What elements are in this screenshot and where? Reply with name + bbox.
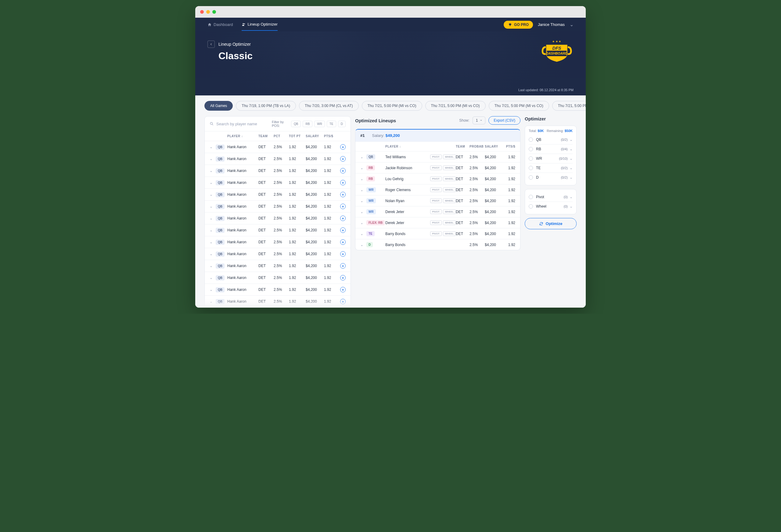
col-team[interactable]: TEAM bbox=[258, 134, 274, 138]
col-totpt[interactable]: TOT PT bbox=[289, 134, 306, 138]
lineup-team: DET bbox=[456, 210, 469, 214]
show-select[interactable]: 1 bbox=[472, 117, 486, 124]
search-input[interactable] bbox=[216, 122, 268, 126]
nav-lineup-optimizer[interactable]: Lineup Optimizer bbox=[242, 22, 278, 31]
add-player-button[interactable]: + bbox=[340, 239, 346, 245]
main-content: All GamesThu 7/19, 1:00 PM (TB vs LA)Thu… bbox=[195, 95, 586, 308]
col-pct[interactable]: PCT bbox=[274, 134, 289, 138]
add-player-button[interactable]: + bbox=[340, 180, 346, 185]
add-player-button[interactable]: + bbox=[340, 204, 346, 209]
lcol-probab[interactable]: PROBAB bbox=[469, 145, 485, 148]
add-player-button[interactable]: + bbox=[340, 168, 346, 174]
optimizer-slot[interactable]: D (0/2) ⌄ bbox=[529, 173, 573, 182]
expand-row-toggle[interactable]: ⌄ bbox=[360, 232, 366, 236]
add-player-button[interactable]: + bbox=[340, 156, 346, 162]
optimizer-slot[interactable]: QB (0/2) ⌄ bbox=[529, 135, 573, 144]
pos-filter-d[interactable]: D bbox=[338, 121, 346, 127]
add-player-button[interactable]: + bbox=[340, 216, 346, 221]
lcol-team[interactable]: TEAM bbox=[456, 145, 469, 148]
player-team: DET bbox=[258, 169, 274, 173]
table-row: ⌄ QB Hank Aaron DET 2.5% 1.92 $4,200 1.9… bbox=[205, 188, 351, 200]
player-name: Hank Aaron bbox=[227, 145, 258, 149]
expand-row-toggle[interactable]: ⌄ bbox=[360, 188, 366, 192]
expand-row-toggle[interactable]: ⌄ bbox=[210, 228, 216, 232]
game-pill[interactable]: Thu 7/20, 3:00 PM (CL vs AT) bbox=[299, 101, 359, 111]
lcol-salary[interactable]: SALARY bbox=[485, 145, 503, 148]
col-pts[interactable]: PTS/$ bbox=[324, 134, 338, 138]
position-badge: RB bbox=[366, 176, 375, 181]
expand-row-toggle[interactable]: ⌄ bbox=[360, 155, 366, 159]
optimize-button[interactable]: Optimize bbox=[525, 218, 577, 229]
lineup-pts: 1.92 bbox=[503, 232, 515, 236]
add-player-button[interactable]: + bbox=[340, 299, 346, 304]
lineup-player-name: Roger Clemens bbox=[385, 188, 426, 192]
game-pill[interactable]: Thu 7/19, 1:00 PM (TB vs LA) bbox=[236, 101, 296, 111]
player-totpt: 1.92 bbox=[289, 299, 306, 304]
expand-row-toggle[interactable]: ⌄ bbox=[360, 210, 366, 214]
expand-row-toggle[interactable]: ⌄ bbox=[360, 166, 366, 170]
expand-row-toggle[interactable]: ⌄ bbox=[360, 177, 366, 181]
expand-row-toggle[interactable]: ⌄ bbox=[360, 199, 366, 203]
optimizer-slot[interactable]: Wheel (0) ⌄ bbox=[529, 202, 573, 211]
game-pill[interactable]: Thu 7/21, 5:00 PM (MI vs CO) bbox=[552, 101, 586, 111]
optimizer-positions-box: Total: $0K Remaining: $50K QB (0/2) ⌄ RB… bbox=[525, 126, 577, 185]
player-pts: 1.92 bbox=[324, 204, 338, 209]
add-player-button[interactable]: + bbox=[340, 144, 346, 150]
expand-row-toggle[interactable]: ⌄ bbox=[210, 287, 216, 292]
player-salary: $4,200 bbox=[306, 204, 324, 209]
col-player[interactable]: PLAYER bbox=[227, 134, 240, 138]
pos-filter-rb[interactable]: RB bbox=[303, 121, 313, 127]
back-button[interactable] bbox=[207, 41, 215, 48]
pos-filter-qb[interactable]: QB bbox=[291, 121, 301, 127]
add-player-button[interactable]: + bbox=[340, 275, 346, 280]
add-player-button[interactable]: + bbox=[340, 263, 346, 269]
player-pct: 2.5% bbox=[274, 192, 289, 196]
minimize-window-icon[interactable] bbox=[206, 10, 210, 14]
player-salary: $4,200 bbox=[306, 252, 324, 256]
lineup-prob: 2.5% bbox=[469, 166, 485, 170]
expand-row-toggle[interactable]: ⌄ bbox=[210, 204, 216, 209]
expand-row-toggle[interactable]: ⌄ bbox=[210, 157, 216, 161]
optimizer-slot[interactable]: Pivot (0) ⌄ bbox=[529, 192, 573, 202]
game-pill[interactable]: Thu 7/21, 5:00 PM (MI vs CO) bbox=[425, 101, 486, 111]
user-menu-toggle[interactable]: ⌄ bbox=[570, 21, 574, 28]
go-pro-button[interactable]: GO PRO bbox=[504, 21, 533, 29]
add-player-button[interactable]: + bbox=[340, 251, 346, 257]
expand-row-toggle[interactable]: ⌄ bbox=[210, 276, 216, 280]
close-window-icon[interactable] bbox=[200, 10, 204, 14]
expand-row-toggle[interactable]: ⌄ bbox=[210, 145, 216, 149]
position-badge: FLEX: RB bbox=[366, 220, 385, 225]
maximize-window-icon[interactable] bbox=[212, 10, 216, 14]
expand-row-toggle[interactable]: ⌄ bbox=[360, 243, 366, 247]
add-player-button[interactable]: + bbox=[340, 192, 346, 197]
col-salary[interactable]: SALARY bbox=[306, 134, 324, 138]
lcol-pts[interactable]: PTS/$ bbox=[503, 145, 515, 148]
expand-row-toggle[interactable]: ⌄ bbox=[210, 216, 216, 220]
position-badge: QB bbox=[216, 252, 224, 257]
game-pill[interactable]: Thu 7/21, 5:00 PM (MI vs CO) bbox=[362, 101, 422, 111]
expand-row-toggle[interactable]: ⌄ bbox=[210, 264, 216, 268]
nav-dashboard[interactable]: Dashboard bbox=[207, 22, 233, 31]
expand-row-toggle[interactable]: ⌄ bbox=[210, 299, 216, 304]
game-pill[interactable]: Thu 7/21, 5:00 PM (MI vs CO) bbox=[489, 101, 549, 111]
lcol-player[interactable]: PLAYER bbox=[385, 145, 399, 148]
game-pill[interactable]: All Games bbox=[204, 101, 233, 111]
expand-row-toggle[interactable]: ⌄ bbox=[210, 192, 216, 196]
player-pct: 2.5% bbox=[274, 204, 289, 209]
slot-name: RB bbox=[536, 147, 561, 151]
expand-row-toggle[interactable]: ⌄ bbox=[210, 240, 216, 244]
expand-row-toggle[interactable]: ⌄ bbox=[210, 252, 216, 256]
add-player-button[interactable]: + bbox=[340, 287, 346, 293]
pos-filter-te[interactable]: TE bbox=[327, 121, 336, 127]
pos-filter-wr[interactable]: WR bbox=[314, 121, 325, 127]
optimizer-slot[interactable]: RB (0/4) ⌄ bbox=[529, 144, 573, 153]
export-csv-button[interactable]: Export (CSV) bbox=[488, 116, 521, 125]
sort-arrow-icon: ↓ bbox=[399, 145, 401, 148]
optimizer-slot[interactable]: TE (0/2) ⌄ bbox=[529, 163, 573, 173]
optimizer-slot[interactable]: WR (0/10) ⌄ bbox=[529, 153, 573, 163]
expand-row-toggle[interactable]: ⌄ bbox=[360, 221, 366, 225]
expand-row-toggle[interactable]: ⌄ bbox=[210, 180, 216, 185]
expand-row-toggle[interactable]: ⌄ bbox=[210, 169, 216, 173]
add-player-button[interactable]: + bbox=[340, 227, 346, 233]
wheel-tag: WHEEL bbox=[443, 187, 456, 192]
